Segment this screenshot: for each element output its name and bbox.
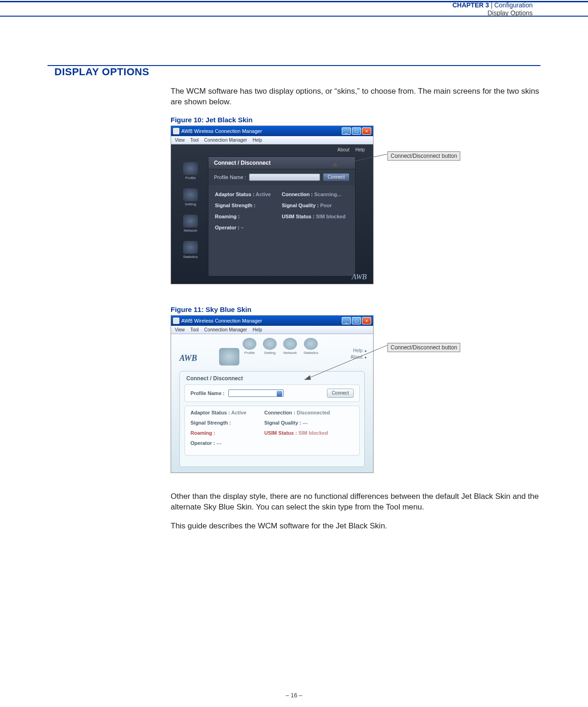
minimize-button[interactable]: _ <box>342 317 351 324</box>
close-button[interactable]: × <box>362 127 371 135</box>
profile-icon <box>243 338 256 350</box>
logo-text: AWB <box>352 273 367 281</box>
window-titlebar: AWB Wireless Connection Manager _ □ × <box>171 126 373 136</box>
connect-icon[interactable] <box>219 348 239 365</box>
header-rule: CHAPTER 3 | Configuration Display Option… <box>0 1 588 17</box>
operator-label: Operator : --- <box>190 440 264 446</box>
sidebar-item-label: Profile <box>178 176 202 180</box>
menu-help[interactable]: Help <box>253 327 262 332</box>
intro-paragraph: The WCM software has two display options… <box>171 86 540 108</box>
setting-icon <box>263 338 277 350</box>
roaming-label: Roaming : <box>190 430 264 436</box>
sidebar-item-label: Network <box>178 228 202 233</box>
sidebar-item-profile[interactable]: Profile <box>178 162 202 180</box>
profile-row: Profile Name : Connect <box>208 169 355 185</box>
signal-strength-label: Signal Strength : <box>215 203 282 208</box>
window-title: AWB Wireless Connection Manager <box>181 318 262 324</box>
sidebar: Profile Setting Network Statistics <box>178 162 202 267</box>
callout-arrow-icon <box>327 143 392 171</box>
body-paragraph-3: This guide describes the WCM software fo… <box>171 521 540 532</box>
menu-connection-manager[interactable]: Connection Manager <box>204 138 247 143</box>
connection-label: Connection : Disconnected <box>264 410 338 415</box>
menu-tool[interactable]: Tool <box>190 327 199 332</box>
connect-button[interactable]: Connect <box>327 389 354 398</box>
toolbar-item-setting[interactable]: Setting <box>263 338 277 355</box>
profile-name-dropdown[interactable] <box>228 389 284 397</box>
figure-10-container: AWB Wireless Connection Manager _ □ × Vi… <box>171 126 540 284</box>
chapter-title: Configuration <box>494 1 533 9</box>
usim-status-label: USIM Status : SIM blocked <box>282 214 349 219</box>
chapter-sep: | <box>489 1 494 9</box>
close-button[interactable]: × <box>362 317 371 324</box>
svg-marker-3 <box>304 375 311 380</box>
svg-line-0 <box>332 154 387 166</box>
main-panel: Connect / Disconnect Profile Name : Conn… <box>208 156 356 276</box>
network-icon <box>183 215 198 228</box>
connect-button[interactable]: Connect <box>323 173 350 181</box>
network-icon <box>283 338 297 350</box>
sidebar-item-network[interactable]: Network <box>178 215 202 233</box>
menu-help[interactable]: Help <box>253 138 262 143</box>
svg-line-2 <box>304 345 387 380</box>
body-paragraph-2: Other than the display style, there are … <box>171 491 540 513</box>
menu-view[interactable]: View <box>175 138 185 143</box>
setting-icon <box>183 188 198 201</box>
app-icon <box>173 128 179 134</box>
window-title: AWB Wireless Connection Manager <box>181 128 262 134</box>
app-icon <box>173 318 179 324</box>
logo-text: AWB <box>179 354 197 363</box>
sidebar-item-setting[interactable]: Setting <box>178 188 202 206</box>
maximize-button[interactable]: □ <box>352 317 361 324</box>
callout-connect-disconnect: Connect/Disconnect button <box>387 151 460 161</box>
figure-10-caption: Figure 10: Jet Black Skin <box>171 116 540 124</box>
chapter-subtitle: Display Options <box>452 9 533 17</box>
svg-marker-1 <box>332 162 337 167</box>
adaptor-status-label: Adaptor Status : Active <box>190 410 264 415</box>
operator-label: Operator : – <box>215 225 282 230</box>
signal-quality-label: Signal Quality : --- <box>264 420 338 425</box>
callout-connect-disconnect: Connect/Disconnect button <box>387 343 460 352</box>
menu-view[interactable]: View <box>175 327 185 332</box>
menubar: View Tool Connection Manager Help <box>171 326 373 334</box>
window-titlebar: AWB Wireless Connection Manager _ □ × <box>171 316 373 326</box>
minimize-button[interactable]: _ <box>342 127 351 135</box>
chapter-header: CHAPTER 3 | Configuration Display Option… <box>452 1 533 17</box>
sidebar-item-statistics[interactable]: Statistics <box>178 241 202 259</box>
profile-icon <box>183 162 198 175</box>
toolbar-item-profile[interactable]: Profile <box>243 338 256 355</box>
roaming-label: Roaming : <box>215 214 282 219</box>
profile-name-label: Profile Name : <box>214 174 246 180</box>
status-block: Adaptor Status : ActiveConnection : Disc… <box>184 406 360 455</box>
menu-connection-manager[interactable]: Connection Manager <box>204 327 247 332</box>
chapter-label: CHAPTER 3 <box>452 1 489 9</box>
usim-status-label: USIM Status : SIM blocked <box>264 430 338 436</box>
signal-quality-label: Signal Quality : Poor <box>282 203 349 208</box>
statistics-icon <box>183 241 198 254</box>
callout-arrow-icon <box>300 343 392 389</box>
sidebar-item-label: Setting <box>178 202 202 206</box>
section-title: DISPLAY OPTIONS <box>54 66 588 78</box>
sky-blue-screenshot: AWB Wireless Connection Manager _ □ × Vi… <box>171 315 374 473</box>
toolbar-item-network[interactable]: Network <box>283 338 297 355</box>
signal-strength-label: Signal Strength : <box>190 420 264 425</box>
profile-name-label: Profile Name : <box>190 390 225 396</box>
connection-label: Connection : Scanning... <box>282 192 349 197</box>
maximize-button[interactable]: □ <box>352 127 361 135</box>
profile-name-dropdown[interactable] <box>249 174 320 181</box>
figure-11-caption: Figure 11: Sky Blue Skin <box>171 306 540 313</box>
status-block: Adaptor Status : ActiveConnection : Scan… <box>208 185 355 239</box>
page-number: – 16 – <box>0 692 588 699</box>
figure-11-container: AWB Wireless Connection Manager _ □ × Vi… <box>171 315 540 473</box>
adaptor-status-label: Adaptor Status : Active <box>215 192 282 197</box>
sidebar-item-label: Statistics <box>178 255 202 259</box>
menu-tool[interactable]: Tool <box>190 138 199 143</box>
